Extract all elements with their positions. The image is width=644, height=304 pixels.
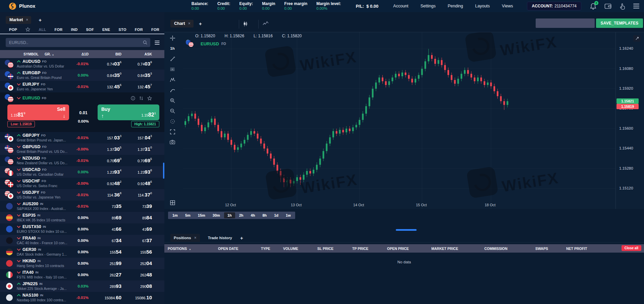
wallet-icon[interactable] [604, 3, 611, 9]
row-bid[interactable]: 114.368 [89, 192, 121, 198]
fullscreen-tool-icon[interactable] [169, 129, 176, 135]
dotcircle-tool-icon[interactable] [169, 118, 176, 124]
row-ask[interactable]: 15086.10 [121, 295, 152, 301]
watchlist-row-esp35[interactable]: ESP35 IN IBEX HK 35 Index 10 contracts 0… [0, 212, 164, 223]
watchlist-row-usdjpy[interactable]: USDJPY FO US Dollar vs. Japanese Yen -0.… [0, 189, 164, 201]
price-axis[interactable]: 1.164001.162401.160801.159201.157601.156… [616, 32, 644, 209]
watchlist-row-nzdusd[interactable]: NZDUSD FO New Zealand Dollar vs. US Do..… [0, 155, 164, 166]
positions-col-market-price[interactable]: MARKET PRICE [431, 247, 484, 251]
tab-chart-close-icon[interactable]: × [188, 21, 191, 26]
timeframe-2h[interactable]: 2h [236, 212, 247, 218]
watchlist-row-fra40[interactable]: FRA40 IN CAC 40 Index - France 10 con...… [0, 235, 164, 246]
toolbar-timeframe-label[interactable]: 1h [169, 45, 176, 51]
watchlist-row-gbpusd[interactable]: GBPUSD FO Great Britain Pound vs. US Do.… [0, 143, 164, 155]
positions-col-type[interactable]: TYPE [261, 247, 283, 251]
watchlist-row-usdcad[interactable]: USDCAD FO US Dollar vs. Canadian Dollar … [0, 166, 164, 178]
watchlist-row-aus200[interactable]: AUS200 IN S&P/ASX 200 Index - Australi..… [0, 201, 164, 212]
category-tab-sof[interactable]: SOF [86, 28, 94, 32]
positions-col-tp-price[interactable]: TP PRICE [352, 247, 387, 251]
row-bid[interactable]: 15554 [89, 249, 121, 255]
tab-chart[interactable]: Chart × [170, 20, 194, 28]
top-menu-item-settings[interactable]: Settings [421, 4, 436, 8]
add-chart-tab-button[interactable]: + [199, 21, 202, 27]
top-menu-item-layouts[interactable]: Layouts [475, 4, 490, 8]
row-ask[interactable]: 4169 [121, 226, 152, 232]
row-bid[interactable]: 157.033 [89, 135, 121, 141]
trendline-tool-icon[interactable] [169, 56, 176, 62]
row-bid[interactable]: 1.37305 [89, 146, 121, 152]
row-bid[interactable]: 6734 [89, 237, 121, 244]
positions-col-swaps[interactable]: SWAPS [535, 247, 566, 251]
category-tab-sto[interactable]: STO [118, 28, 126, 32]
watchlist-row-eurgbp[interactable]: EURGBP FO Euro vs. Great Britain Pound 0… [0, 70, 164, 81]
category-star-icon[interactable] [25, 27, 30, 32]
positions-col-commission[interactable]: COMMISSION [484, 247, 535, 251]
category-tab-ene[interactable]: ENE [102, 28, 110, 32]
expand-chart-icon[interactable] [633, 35, 641, 42]
watchlist-row-ita40[interactable]: ITA40 IN FSTE MIB Index - Italy 10 con..… [0, 269, 164, 280]
buy-button[interactable]: Buy ↑ 1.15821 [98, 104, 159, 120]
row-ask[interactable]: 1.37310 [121, 146, 152, 152]
tab-market[interactable]: Market × [6, 16, 31, 24]
row-ask[interactable]: 15556 [121, 249, 152, 255]
row-bid[interactable]: 0.70690 [89, 158, 121, 164]
sell-button[interactable]: Sell 1.15819 ↓ [7, 104, 69, 120]
timeframe-1m[interactable]: 1m [169, 212, 181, 218]
row-bid[interactable]: 1.23934 [89, 169, 121, 175]
row-ask[interactable]: 0.84353 [121, 72, 152, 78]
row-bid[interactable]: 132.456 [89, 84, 121, 90]
positions-col-open-price[interactable]: OPEN PRICE [387, 247, 431, 251]
save-templates-button[interactable]: SAVE_TEMPLATES [596, 18, 643, 28]
positions-col-sl-price[interactable]: SL PRICE [317, 247, 352, 251]
timeframe-15m[interactable]: 15m [195, 212, 209, 218]
row-bid[interactable]: 0.74036 [89, 61, 121, 67]
watchlist-row-hkind[interactable]: HKIND IN Hang Seng Index 10 contracts 0.… [0, 258, 164, 269]
tab-trade-history[interactable]: Trade history [208, 236, 232, 240]
col-change[interactable]: Δ1D [63, 52, 89, 56]
watchlist-row-usdchf[interactable]: USDCHF FO US Dollar vs. Swiss Franc -0.0… [0, 178, 164, 189]
info-icon[interactable] [131, 96, 135, 100]
watchlist-row-eurusd[interactable]: EURUSD FO [0, 92, 164, 104]
row-bid[interactable]: 7335 [89, 203, 121, 209]
watchlist-row-gbpjpy[interactable]: GBPJPY FO Great Britan Pound vs. Japan..… [0, 132, 164, 143]
hlines-tool-icon[interactable] [169, 66, 176, 72]
curve-tool-icon[interactable] [169, 87, 176, 93]
tab-positions[interactable]: Positions × [170, 234, 200, 242]
favorite-star-icon[interactable] [147, 96, 152, 100]
row-ask[interactable]: 8984 [121, 215, 152, 221]
row-bid[interactable]: 0.92482 [89, 180, 121, 186]
top-menu-item-views[interactable]: Views [502, 4, 513, 8]
watchlist-row-eurjpy[interactable]: EURJPY FO Euro vs. Japanese Yen -0.01% 1… [0, 81, 164, 92]
candlestick-chart[interactable]: O: 1.15820H: 1.15826L: 1.15816C: 1.15820… [183, 32, 616, 209]
row-bid[interactable]: 8969 [89, 215, 121, 221]
row-bid[interactable]: 0.84350 [89, 72, 121, 78]
watchlist-row-eustx50[interactable]: EUSTX50 IN EURO STOXX 50 Index 10 co... … [0, 223, 164, 235]
category-tab-for[interactable]: FOR [54, 28, 62, 32]
col-bid[interactable]: BID [89, 52, 121, 56]
row-bid[interactable]: 28993 [89, 283, 121, 289]
positions-col-volume[interactable]: VOLUME [283, 247, 317, 251]
row-ask[interactable]: 0.70695 [121, 158, 152, 164]
panel-resize-handle[interactable] [396, 229, 417, 231]
timeframe-8h[interactable]: 8h [259, 212, 270, 218]
notifications-bell-icon[interactable]: 0 [590, 3, 596, 10]
close-all-button[interactable]: Close all [622, 245, 641, 251]
pointer-hand-icon[interactable] [620, 3, 625, 10]
category-tab-pop[interactable]: POP [9, 28, 17, 32]
compare-bars-icon[interactable] [139, 96, 143, 100]
account-pill[interactable]: ACCOUNT:2110434774 [527, 2, 581, 10]
row-bid[interactable]: 4166 [89, 226, 121, 232]
crosshair-tool-icon[interactable] [169, 35, 176, 41]
line-chart-style-icon[interactable] [263, 21, 269, 26]
timeframe-1d[interactable]: 1d [271, 212, 282, 218]
timeframe-30m[interactable]: 30m [209, 212, 223, 218]
top-menu-item-pending[interactable]: Pending [448, 4, 463, 8]
watchlist-row-ger30[interactable]: GER30 IN DAX Stock Index - Germany 1... … [0, 246, 164, 258]
row-ask[interactable]: 157.043 [121, 135, 152, 141]
watchlist-row-nas100[interactable]: NAS100 IN Nasdaq-100 Index 100 contra...… [0, 292, 164, 303]
positions-col-positions[interactable]: POSITIONS ▲ [168, 247, 218, 251]
volume-block[interactable]: 0.01 0.00% [69, 104, 98, 123]
row-ask[interactable]: 1.23938 [121, 169, 152, 175]
symbol-search-input[interactable] [6, 38, 150, 47]
category-tab-for[interactable]: FOR [135, 28, 143, 32]
